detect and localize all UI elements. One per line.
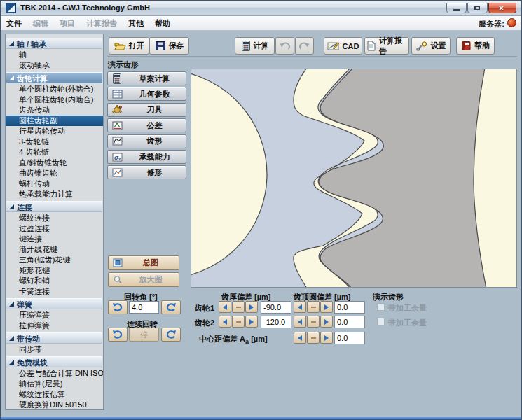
menu-item-2: 项目 — [54, 16, 81, 31]
toolbar-separator — [107, 56, 517, 57]
toolbar-button-label: CAD — [343, 42, 359, 50]
menu-item-0[interactable]: 文件 — [1, 16, 27, 31]
panel-button-tolerance[interactable]: 公差 — [107, 118, 186, 132]
rotate-cw-icon — [165, 330, 177, 340]
reset-button[interactable] — [307, 301, 320, 313]
panel-button-calculator[interactable]: 草案计算 — [107, 71, 186, 85]
panel-button-tooth-profile[interactable]: 齿形 — [107, 134, 186, 148]
continuous-cw-button[interactable] — [161, 328, 181, 342]
sidebar-item[interactable]: 硬度换算DIN 50150 — [6, 400, 103, 410]
sidebar-item[interactable]: 压缩弹簧 — [6, 310, 103, 321]
sidebar-item[interactable]: 渐开线花键 — [6, 244, 103, 255]
reset-button[interactable] — [307, 332, 320, 344]
panel-button-cutter[interactable]: 刀具 — [107, 103, 186, 117]
decrease-button[interactable] — [294, 301, 306, 313]
stop-rotation-button[interactable]: 停 — [129, 328, 159, 342]
sidebar-item[interactable]: 轴估算(尼曼) — [6, 379, 103, 389]
machining-allowance-checkbox-1[interactable] — [377, 303, 385, 311]
sidebar-group-2[interactable]: 连接 — [6, 201, 102, 212]
machining-allowance-checkbox-2[interactable] — [377, 318, 385, 326]
menu-item-5[interactable]: 帮助 — [149, 16, 176, 31]
sidebar-item[interactable]: 行星齿轮传动 — [6, 126, 103, 136]
toolbar-button-cad[interactable]: CAD — [324, 37, 362, 55]
maximize-button[interactable] — [467, 3, 488, 13]
sidebar-item[interactable]: 公差与配合计算 DIN ISO 286 — [6, 368, 103, 379]
sidebar-item[interactable]: 齿条传动 — [6, 105, 103, 115]
sidebar-group-label: 带传动 — [17, 335, 40, 343]
decrease-button[interactable] — [219, 316, 231, 328]
close-button[interactable]: × — [488, 3, 516, 13]
thickness-gear1-input[interactable] — [261, 301, 291, 314]
sidebar-item[interactable]: 过盈连接 — [6, 223, 103, 234]
sidebar-item[interactable]: 螺纹连接 — [6, 213, 103, 223]
sidebar-item[interactable]: 同步带 — [6, 344, 103, 355]
toolbar-button-settings[interactable]: 设置 — [411, 37, 451, 55]
sidebar-item[interactable]: 单个圆柱齿轮(内啮合) — [6, 94, 103, 105]
menu-item-4[interactable]: 其他 — [123, 16, 149, 31]
rotate-cw-button[interactable] — [161, 300, 181, 314]
minimize-button[interactable] — [446, 3, 467, 13]
sidebar-group-4[interactable]: 带传动 — [6, 332, 102, 344]
decrease-button[interactable] — [294, 316, 306, 328]
thickness-gear2-input[interactable] — [261, 316, 291, 328]
tip-gear1-input[interactable] — [334, 301, 365, 314]
toolbar-button-report[interactable]: 计算报告 — [364, 37, 409, 55]
toolbar-button-help[interactable]: 帮助 — [456, 37, 495, 55]
panel-button-modification[interactable]: 修形 — [107, 165, 186, 179]
rotation-angle-input[interactable] — [129, 301, 159, 314]
reset-button[interactable] — [232, 316, 245, 328]
sidebar-group-1[interactable]: 齿轮计算 — [6, 72, 102, 83]
sidebar-item[interactable]: 曲齿锥齿轮 — [6, 168, 103, 178]
center-distance-input[interactable] — [334, 332, 365, 344]
calculator-icon — [109, 73, 125, 84]
sidebar-item[interactable]: 螺纹连接估算 — [6, 389, 103, 400]
panel-button-load-capacity[interactable]: σx承载能力 — [107, 150, 186, 164]
sidebar-group-0[interactable]: 轴 / 轴承 — [6, 38, 102, 49]
continuous-ccw-button[interactable] — [108, 328, 128, 342]
demo-tooth-form-label: 演示齿形 — [373, 292, 404, 302]
decrease-button[interactable] — [219, 301, 231, 313]
reset-button[interactable] — [307, 316, 320, 328]
sidebar-group-3[interactable]: 弹簧 — [6, 298, 102, 309]
sidebar-group-label: 免费模块 — [17, 358, 48, 367]
sidebar-item[interactable]: 蜗杆传动 — [6, 178, 103, 189]
sidebar-item[interactable]: 螺钉和销 — [6, 276, 103, 286]
decrease-button[interactable] — [294, 332, 306, 344]
sidebar-item[interactable]: 热承载能力计算 — [6, 189, 103, 200]
toolbar-button-redo[interactable] — [295, 37, 314, 55]
increase-button[interactable] — [320, 332, 333, 344]
toolbar-button-undo[interactable] — [275, 37, 294, 55]
sidebar-item[interactable]: 4-齿轮链 — [6, 147, 103, 158]
module-tree-sidebar: 轴 / 轴承轴滚动轴承齿轮计算单个圆柱齿轮(外啮合)单个圆柱齿轮(内啮合)齿条传… — [5, 34, 104, 410]
rotate-ccw-button[interactable] — [108, 300, 128, 314]
sidebar-item[interactable]: 直/斜齿锥齿轮 — [6, 158, 103, 168]
sidebar-item[interactable]: 单个圆柱齿轮(外啮合) — [6, 84, 103, 94]
increase-button[interactable] — [320, 301, 333, 313]
toolbar-button-open-folder[interactable]: 打开 — [109, 37, 149, 55]
left-arrow-icon — [298, 319, 302, 325]
sidebar-item[interactable]: 键连接 — [6, 234, 103, 244]
sidebar-group-5[interactable]: 免费模块 — [6, 356, 102, 368]
sidebar-item[interactable]: 矩形花键 — [6, 265, 103, 276]
toolbar-button-save-floppy[interactable]: 保存 — [149, 37, 189, 55]
expand-triangle-icon — [9, 204, 14, 209]
sidebar-item[interactable]: 三角(锯齿)花键 — [6, 255, 103, 265]
sidebar-item[interactable]: 轴 — [6, 50, 103, 60]
increase-button[interactable] — [320, 316, 333, 328]
sidebar-item[interactable]: 3-齿轮链 — [6, 136, 103, 147]
help-icon — [461, 41, 472, 51]
zoom-view-button[interactable]: 放大图 — [108, 272, 179, 287]
reset-button[interactable] — [232, 301, 245, 313]
sidebar-item-selected[interactable]: 圆柱齿轮副 — [6, 115, 103, 126]
tip-gear1-spinner — [294, 301, 333, 313]
sidebar-item[interactable]: 拉伸弹簧 — [6, 321, 103, 331]
panel-button-table[interactable]: 几何参数 — [107, 87, 186, 101]
tip-gear2-input[interactable] — [334, 316, 365, 328]
toolbar-button-calculator[interactable]: 计算 — [235, 37, 275, 55]
sidebar-item[interactable]: 卡簧连接 — [6, 286, 103, 297]
overall-view-button[interactable]: 总图 — [108, 255, 179, 270]
sidebar-item[interactable]: 滚动轴承 — [6, 60, 103, 71]
title-bar[interactable]: TBK 2014 - GWJ Technology GmbH × — [1, 1, 521, 16]
increase-button[interactable] — [245, 316, 258, 328]
increase-button[interactable] — [245, 301, 258, 313]
